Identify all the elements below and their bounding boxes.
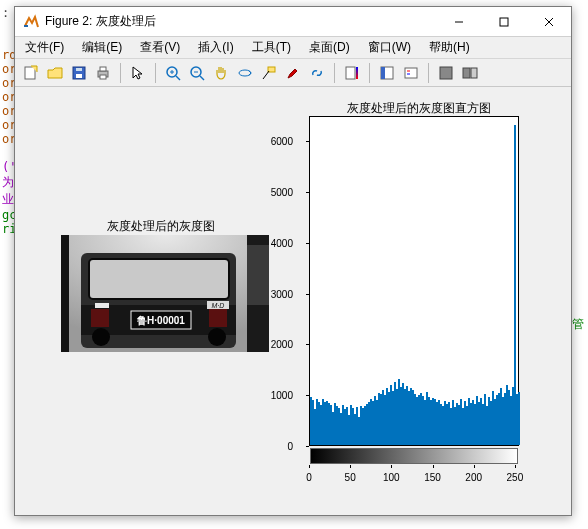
histogram-bar xyxy=(502,397,503,445)
histogram-bar xyxy=(330,405,331,445)
histogram-bar xyxy=(416,397,417,445)
minimize-button[interactable] xyxy=(436,7,481,37)
zoom-out-button[interactable] xyxy=(186,62,208,84)
histogram-bar xyxy=(516,394,517,445)
maximize-button[interactable] xyxy=(481,7,526,37)
histogram-bar xyxy=(396,389,397,445)
histogram-bar xyxy=(490,401,491,445)
histogram-bar xyxy=(518,392,519,445)
menu-view[interactable]: 查看(V) xyxy=(134,37,186,58)
menu-edit[interactable]: 编辑(E) xyxy=(76,37,128,58)
histogram-bar xyxy=(386,388,387,445)
histogram-bar xyxy=(472,400,473,445)
print-button[interactable] xyxy=(92,62,114,84)
histogram-bar xyxy=(360,406,361,445)
histogram-axes[interactable] xyxy=(309,116,519,446)
menu-window[interactable]: 窗口(W) xyxy=(362,37,417,58)
histogram-bar xyxy=(356,407,357,445)
histogram-bar xyxy=(342,405,343,445)
svg-rect-46 xyxy=(95,303,109,308)
histogram-bar xyxy=(406,386,407,445)
hide-plot-tools-button[interactable] xyxy=(435,62,457,84)
license-plate-text: 鲁H·00001 xyxy=(136,315,185,326)
x-tick-label: 50 xyxy=(345,472,356,483)
y-tick-label: 5000 xyxy=(253,187,293,198)
histogram-bar xyxy=(398,379,399,445)
histogram-bar xyxy=(422,396,423,445)
histogram-bar xyxy=(420,393,421,445)
svg-rect-4 xyxy=(25,67,35,79)
histogram-bar xyxy=(338,408,339,445)
histogram-bar xyxy=(450,408,451,445)
histogram-bar xyxy=(340,413,341,445)
histogram-bar xyxy=(464,401,465,445)
histogram-bar xyxy=(506,385,507,445)
toolbar xyxy=(15,59,571,87)
histogram-bar xyxy=(378,393,379,445)
insert-legend-button-1[interactable] xyxy=(376,62,398,84)
histogram-bar xyxy=(380,394,381,445)
menu-help[interactable]: 帮助(H) xyxy=(423,37,476,58)
histogram-bar xyxy=(344,409,345,445)
insert-colorbar-button[interactable] xyxy=(341,62,363,84)
histogram-bar xyxy=(414,394,415,445)
brush-button[interactable] xyxy=(282,62,304,84)
pan-button[interactable] xyxy=(210,62,232,84)
histogram-bar xyxy=(350,405,351,445)
histogram-bar xyxy=(430,400,431,445)
y-tick-label: 6000 xyxy=(253,136,293,147)
new-figure-button[interactable] xyxy=(20,62,42,84)
histogram-bar xyxy=(458,405,459,445)
histogram-bar xyxy=(460,399,461,445)
histogram-bar xyxy=(320,405,321,445)
histogram-bar xyxy=(404,389,405,445)
histogram-bar xyxy=(322,399,323,445)
histogram-bar xyxy=(510,396,511,445)
menu-tools[interactable]: 工具(T) xyxy=(246,37,297,58)
titlebar[interactable]: Figure 2: 灰度处理后 xyxy=(15,7,571,37)
link-button[interactable] xyxy=(306,62,328,84)
grayscale-image-axes[interactable]: M·D 鲁H·00001 xyxy=(61,235,269,352)
histogram-bar xyxy=(438,400,439,445)
close-button[interactable] xyxy=(526,7,571,37)
histogram-bar xyxy=(410,388,411,445)
histogram-bar xyxy=(336,406,337,445)
histogram-bar xyxy=(376,400,377,445)
x-tick-label: 100 xyxy=(383,472,400,483)
svg-text:M·D: M·D xyxy=(212,302,225,309)
histogram-bar xyxy=(366,404,367,445)
save-button[interactable] xyxy=(68,62,90,84)
svg-rect-25 xyxy=(405,68,417,78)
histogram-bar xyxy=(442,406,443,445)
histogram-bar xyxy=(492,391,493,445)
menu-desktop[interactable]: 桌面(D) xyxy=(303,37,356,58)
open-button[interactable] xyxy=(44,62,66,84)
svg-rect-9 xyxy=(100,67,106,71)
histogram-bar xyxy=(394,382,395,445)
histogram-bar xyxy=(470,403,471,445)
histogram-bar xyxy=(500,388,501,445)
dock-button[interactable] xyxy=(459,62,481,84)
insert-legend-button-2[interactable] xyxy=(400,62,422,84)
histogram-bar xyxy=(328,403,329,445)
histogram-bar xyxy=(480,398,481,445)
histogram-bar xyxy=(318,402,319,445)
right-axes-title: 灰度处理后的灰度图直方图 xyxy=(347,100,491,117)
data-cursor-button[interactable] xyxy=(258,62,280,84)
histogram-bar xyxy=(374,396,375,445)
histogram-bar xyxy=(454,407,455,445)
menu-insert[interactable]: 插入(I) xyxy=(192,37,239,58)
svg-rect-29 xyxy=(463,68,470,78)
histogram-bar xyxy=(512,387,513,445)
pointer-button[interactable] xyxy=(127,62,149,84)
histogram-bar xyxy=(326,401,327,445)
zoom-in-button[interactable] xyxy=(162,62,184,84)
rotate-3d-button[interactable] xyxy=(234,62,256,84)
menu-file[interactable]: 文件(F) xyxy=(19,37,70,58)
svg-point-44 xyxy=(92,328,110,346)
svg-rect-39 xyxy=(91,309,109,327)
histogram-bar xyxy=(432,398,433,445)
figure-canvas[interactable]: 灰度处理后的灰度图 M·D 鲁H·00001 xyxy=(15,87,571,515)
histogram-bar xyxy=(390,385,391,445)
histogram-bar xyxy=(448,402,449,445)
